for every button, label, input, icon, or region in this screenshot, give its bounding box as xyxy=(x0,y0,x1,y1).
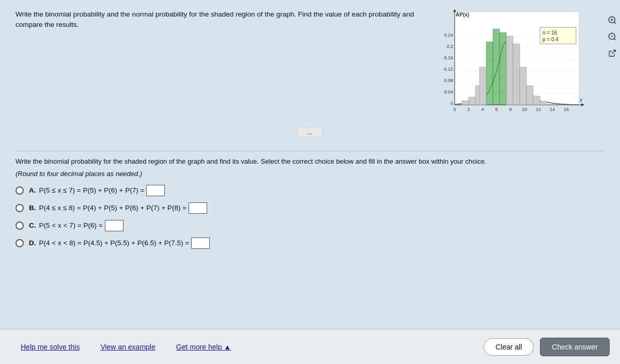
round-note: (Round to four decimal places as needed.… xyxy=(16,170,605,178)
top-section: Write the binomial probability and the n… xyxy=(16,9,605,118)
svg-text:0.16: 0.16 xyxy=(444,55,453,60)
svg-line-53 xyxy=(612,50,615,54)
external-link-icon[interactable] xyxy=(606,46,619,60)
get-more-help-button[interactable]: Get more help ▲ xyxy=(166,343,241,351)
option-a-text: P(5 ≤ x ≤ 7) = P(5) + P(6) + P(7) = xyxy=(39,186,145,194)
svg-text:x: x xyxy=(579,97,583,103)
svg-text:12: 12 xyxy=(536,107,541,112)
option-d-text: P(4 < x < 8) = P(4.5) + P(5.5) + P(6.5) … xyxy=(39,239,190,247)
question-text-area: Write the binomial probability and the n… xyxy=(16,9,429,38)
svg-text:0: 0 xyxy=(451,101,453,106)
svg-text:16: 16 xyxy=(564,107,569,112)
svg-line-47 xyxy=(614,22,615,23)
svg-text:0.2: 0.2 xyxy=(446,44,453,49)
svg-rect-30 xyxy=(493,29,500,105)
svg-rect-31 xyxy=(500,33,506,105)
footer-right: Clear all Check answer xyxy=(484,338,610,356)
svg-text:2: 2 xyxy=(467,107,470,112)
svg-rect-40 xyxy=(533,96,540,105)
svg-rect-38 xyxy=(520,67,526,105)
svg-text:8: 8 xyxy=(509,107,512,112)
graph-area: 0 0.04 0.08 0.12 0.16 0.2 0.24 xyxy=(439,9,605,118)
option-d-label: D. xyxy=(29,239,36,247)
section-divider xyxy=(16,151,605,151)
answer-box-d[interactable] xyxy=(191,238,210,249)
radio-d[interactable] xyxy=(16,239,24,247)
radio-b[interactable] xyxy=(16,204,24,212)
answer-box-c[interactable] xyxy=(105,220,123,231)
option-c-text: P(5 < x < 7) = P(6) = xyxy=(39,221,103,229)
svg-rect-29 xyxy=(486,42,493,105)
svg-text:10: 10 xyxy=(522,107,527,112)
option-b-text: P(4 ≤ x ≤ 8) = P(4) + P(5) + P(6) + P(7)… xyxy=(39,204,187,212)
svg-text:6: 6 xyxy=(495,107,498,112)
svg-text:0.04: 0.04 xyxy=(444,89,453,94)
probability-graph: 0 0.04 0.08 0.12 0.16 0.2 0.24 xyxy=(439,9,589,118)
options-list: A. P(5 ≤ x ≤ 7) = P(5) + P(6) + P(7) = B… xyxy=(16,185,605,255)
svg-text:AP(x): AP(x) xyxy=(456,12,469,18)
option-a-label: A. xyxy=(29,186,36,194)
answer-box-b[interactable] xyxy=(189,202,207,214)
more-button[interactable]: ... xyxy=(297,127,323,137)
footer-left: Help me solve this View an example Get m… xyxy=(10,343,241,351)
svg-text:14: 14 xyxy=(550,107,555,112)
svg-rect-39 xyxy=(526,86,533,105)
zoom-in-icon[interactable] xyxy=(606,13,619,27)
svg-text:4: 4 xyxy=(481,107,484,112)
footer: Help me solve this View an example Get m… xyxy=(0,329,620,364)
svg-text:n = 16: n = 16 xyxy=(542,30,557,36)
answer-box-a[interactable] xyxy=(146,185,165,196)
svg-rect-41 xyxy=(540,101,547,105)
option-a: A. P(5 ≤ x ≤ 7) = P(5) + P(6) + P(7) = xyxy=(16,185,605,196)
svg-line-51 xyxy=(614,38,615,40)
svg-text:0.12: 0.12 xyxy=(444,67,453,72)
option-c-label: C. xyxy=(29,221,36,229)
svg-text:p = 0.4: p = 0.4 xyxy=(542,37,559,42)
svg-text:0.08: 0.08 xyxy=(444,78,453,83)
svg-text:0: 0 xyxy=(453,107,456,112)
instructions-text: Write the binomial probability for the s… xyxy=(16,156,605,167)
radio-c[interactable] xyxy=(16,221,24,230)
zoom-out-icon[interactable] xyxy=(606,30,619,43)
main-content: Write the binomial probability and the n… xyxy=(0,0,620,329)
svg-rect-33 xyxy=(469,97,475,105)
help-me-solve-button[interactable]: Help me solve this xyxy=(10,343,90,351)
question-header: Write the binomial probability and the n… xyxy=(16,9,429,30)
check-answer-button[interactable]: Check answer xyxy=(540,338,610,356)
clear-all-button[interactable]: Clear all xyxy=(484,338,534,356)
view-example-button[interactable]: View an example xyxy=(90,343,165,351)
option-d: D. P(4 < x < 8) = P(4.5) + P(5.5) + P(6.… xyxy=(16,238,605,249)
option-c: C. P(5 < x < 7) = P(6) = xyxy=(16,220,605,231)
svg-rect-36 xyxy=(506,36,513,105)
option-b-label: B. xyxy=(29,204,36,212)
option-b: B. P(4 ≤ x ≤ 8) = P(4) + P(5) + P(6) + P… xyxy=(16,202,605,214)
svg-marker-26 xyxy=(581,103,584,106)
graph-container: 0 0.04 0.08 0.12 0.16 0.2 0.24 xyxy=(439,9,605,118)
svg-text:0.24: 0.24 xyxy=(444,33,453,38)
svg-rect-32 xyxy=(462,101,469,105)
svg-rect-35 xyxy=(479,67,486,105)
svg-rect-37 xyxy=(513,44,520,105)
radio-a[interactable] xyxy=(16,186,24,195)
